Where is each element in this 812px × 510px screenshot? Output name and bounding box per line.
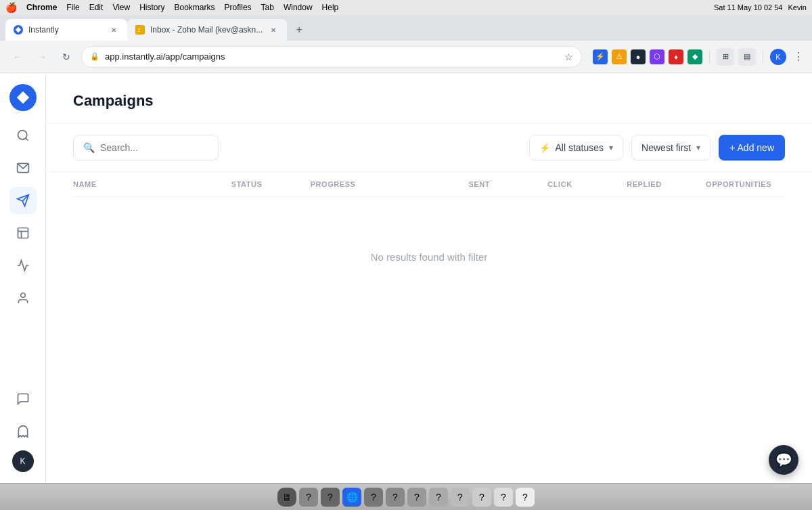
ext-green-icon[interactable]: ◆ [687, 49, 702, 64]
new-tab-button[interactable]: + [290, 20, 309, 39]
dock-icon-1[interactable]: ? [299, 488, 318, 507]
dock-icon-9[interactable]: ? [494, 488, 513, 507]
browser-extensions: ⚡ ⚠ ● ⬡ ♦ ◆ ⊞ ▤ K ⋮ [593, 48, 804, 66]
add-new-label: + Add new [729, 142, 774, 153]
sidebar-item-ghost[interactable] [9, 418, 37, 445]
tab-favicon-zoho: Z [135, 25, 145, 35]
menu-edit[interactable]: Edit [89, 3, 104, 12]
dock-icon-5[interactable]: ? [407, 488, 426, 507]
sort-label: Newest first [641, 142, 691, 153]
macos-menu-bar: 🍎 Chrome File Edit View History Bookmark… [0, 0, 812, 15]
app-container: K Campaigns 🔍 ⚡ All statuses ▾ Newest fi… [0, 73, 812, 483]
dock-icon-3[interactable]: ? [364, 488, 383, 507]
search-icon: 🔍 [83, 142, 95, 153]
main-content: Campaigns 🔍 ⚡ All statuses ▾ Newest firs… [46, 73, 812, 483]
menu-chrome[interactable]: Chrome [26, 3, 57, 12]
dock-icon-4[interactable]: ? [386, 488, 405, 507]
col-opportunities: OPPORTUNITIES [706, 180, 785, 188]
col-sent: SENT [468, 180, 547, 188]
ext-sidebar-icon[interactable]: ▤ [738, 48, 756, 66]
tab-close-zoho[interactable]: ✕ [268, 24, 279, 35]
reload-button[interactable]: ↻ [57, 47, 76, 66]
menu-datetime: Sat 11 May 10 02 54 [714, 3, 783, 12]
status-filter-button[interactable]: ⚡ All statuses ▾ [529, 135, 624, 161]
menu-bookmarks[interactable]: Bookmarks [175, 3, 215, 12]
menu-file[interactable]: File [66, 3, 79, 12]
dock-chrome[interactable]: 🌐 [342, 488, 361, 507]
chrome-menu-icon[interactable]: ⋮ [793, 50, 804, 63]
toolbar-divider [709, 50, 710, 64]
page-title: Campaigns [73, 92, 785, 110]
filter-icon: ⚡ [539, 143, 550, 153]
status-filter-label: All statuses [556, 142, 604, 153]
dock-finder[interactable]: 🖥 [277, 488, 296, 507]
empty-message: No results found with filter [371, 251, 488, 263]
col-status: STATUS [231, 180, 311, 188]
url-text: app.instantly.ai/app/campaigns [105, 51, 559, 62]
tab-favicon-instantly [14, 25, 23, 35]
menu-window[interactable]: Window [284, 3, 313, 12]
sidebar-item-chat[interactable] [9, 385, 37, 412]
ext-red-icon[interactable]: ♦ [669, 49, 683, 64]
empty-state: No results found with filter [73, 197, 785, 317]
svg-point-13 [20, 293, 25, 298]
macos-dock: 🖥 ? ? 🌐 ? ? ? ? ? ? ? ? [0, 483, 812, 510]
sidebar-item-search[interactable] [9, 122, 37, 149]
menu-profiles[interactable]: Profiles [225, 3, 252, 12]
sort-chevron: ▾ [696, 143, 700, 152]
apple-menu[interactable]: 🍎 [5, 2, 17, 13]
url-bar[interactable]: 🔒 app.instantly.ai/app/campaigns ☆ [81, 46, 582, 68]
dock-icon-8[interactable]: ? [472, 488, 491, 507]
search-input[interactable] [100, 142, 208, 153]
ext-dark-icon[interactable]: ● [631, 49, 646, 64]
col-replied: REPLIED [627, 180, 706, 188]
col-name: NAME [73, 180, 231, 188]
tab-label-instantly: Instantly [28, 25, 103, 35]
dock-icon-6[interactable]: ? [429, 488, 448, 507]
dock-icon-7[interactable]: ? [451, 488, 470, 507]
chat-widget-button[interactable]: 💬 [769, 445, 798, 475]
col-click: CLICK [547, 180, 627, 188]
ext-purple-icon[interactable]: ⬡ [650, 49, 664, 64]
sidebar-item-users[interactable] [9, 284, 37, 312]
menu-history[interactable]: History [139, 3, 164, 12]
dock-icon-10[interactable]: ? [516, 488, 535, 507]
sidebar-logo[interactable] [9, 84, 37, 111]
sidebar-user-avatar[interactable]: K [12, 450, 34, 472]
dock-icon-2[interactable]: ? [321, 488, 340, 507]
sidebar-item-mail[interactable] [9, 154, 37, 182]
svg-point-4 [21, 95, 25, 100]
sidebar: K [0, 73, 46, 483]
back-button[interactable]: ← [8, 47, 27, 66]
svg-line-6 [25, 138, 28, 141]
sidebar-item-templates[interactable] [9, 219, 37, 247]
tab-zoho[interactable]: Z Inbox - Zoho Mail (kev@askn... ✕ [127, 19, 287, 41]
ext-warn-icon[interactable]: ⚠ [612, 49, 627, 64]
toolbar-divider-2 [763, 50, 763, 64]
ext-puzzle-icon[interactable]: ⊞ [717, 48, 734, 66]
menu-view[interactable]: View [112, 3, 130, 12]
search-box[interactable]: 🔍 [73, 135, 219, 161]
menu-help[interactable]: Help [322, 3, 339, 12]
address-bar: ← → ↻ 🔒 app.instantly.ai/app/campaigns ☆… [0, 41, 812, 73]
svg-marker-0 [16, 27, 22, 33]
table-header: NAME STATUS PROGRESS SENT CLICK REPLIED … [73, 172, 785, 197]
forward-button[interactable]: → [32, 47, 51, 66]
tab-close-instantly[interactable]: ✕ [108, 24, 119, 35]
toolbar: 🔍 ⚡ All statuses ▾ Newest first ▾ + Add … [46, 124, 812, 172]
page-header: Campaigns [46, 73, 812, 124]
sidebar-item-campaigns[interactable] [9, 187, 37, 214]
ext-instantly-icon[interactable]: ⚡ [593, 49, 608, 64]
chrome-profile-avatar[interactable]: K [770, 49, 786, 65]
bookmark-star-icon[interactable]: ☆ [564, 51, 573, 62]
lock-icon: 🔒 [90, 52, 99, 61]
sidebar-item-analytics[interactable] [9, 252, 37, 279]
tab-instantly[interactable]: Instantly ✕ [5, 19, 127, 41]
chat-icon: 💬 [775, 452, 792, 468]
sort-button[interactable]: Newest first ▾ [631, 135, 710, 161]
menu-tab[interactable]: Tab [261, 3, 274, 12]
status-filter-chevron: ▾ [609, 143, 613, 152]
tab-label-zoho: Inbox - Zoho Mail (kev@askn... [150, 25, 263, 35]
svg-rect-10 [18, 228, 28, 238]
add-new-button[interactable]: + Add new [719, 135, 785, 161]
